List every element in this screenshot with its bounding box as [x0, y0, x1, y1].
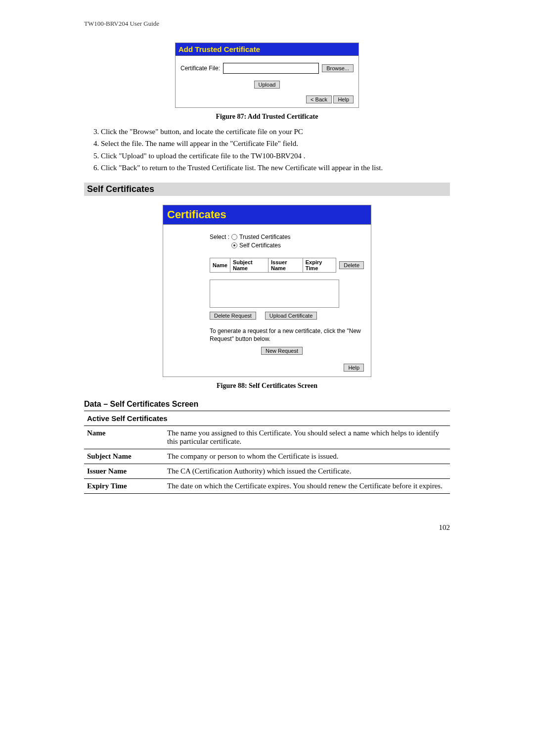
fig87-panel: Add Trusted Certificate Certificate File…	[175, 43, 359, 108]
row-label: Subject Name	[84, 449, 164, 464]
fig88-caption: Figure 88: Self Certificates Screen	[84, 382, 450, 390]
radio-trusted[interactable]	[231, 234, 237, 240]
page-number: 102	[84, 523, 450, 532]
fig88-title: Certificates	[163, 205, 371, 225]
instruction-step: Click "Upload" to upload the certificate…	[101, 151, 450, 161]
fig88-panel: Certificates Select : Trusted Certificat…	[163, 205, 371, 377]
upload-button[interactable]: Upload	[254, 81, 280, 89]
row-label: Name	[84, 426, 164, 449]
fig87-caption: Figure 87: Add Trusted Certificate	[84, 113, 450, 121]
doc-header: TW100-BRV204 User Guide	[84, 20, 450, 28]
help-button-fig88[interactable]: Help	[344, 364, 364, 372]
request-list-box[interactable]	[210, 280, 339, 308]
col-expiry: Expiry Time	[303, 258, 336, 273]
back-button[interactable]: < Back	[306, 95, 332, 103]
fig87-title: Add Trusted Certificate	[176, 43, 358, 56]
help-button[interactable]: Help	[333, 95, 354, 103]
delete-button[interactable]: Delete	[339, 261, 364, 269]
row-desc: The company or person to whom the Certif…	[164, 449, 450, 464]
row-desc: The name you assigned to this Certificat…	[164, 426, 450, 449]
data-table-group: Active Self Certificates	[84, 411, 450, 426]
instruction-step: Click "Back" to return to the Trusted Ce…	[101, 163, 450, 173]
certificates-table: Name Subject Name Issuer Name Expiry Tim…	[210, 258, 336, 273]
col-name: Name	[210, 258, 230, 273]
row-desc: The date on which the Certificate expire…	[164, 479, 450, 494]
col-subject: Subject Name	[230, 258, 268, 273]
section-self-certificates: Self Certificates	[84, 183, 450, 196]
generate-request-text: To generate a request for a new certific…	[210, 328, 364, 343]
new-request-button[interactable]: New Request	[261, 347, 303, 355]
col-issuer: Issuer Name	[268, 258, 303, 273]
row-label: Expiry Time	[84, 479, 164, 494]
select-label: Select :	[210, 234, 229, 240]
radio-trusted-label: Trusted Certificates	[239, 234, 291, 240]
data-table: Active Self Certificates Name The name y…	[84, 411, 450, 494]
browse-button[interactable]: Browse...	[322, 64, 354, 72]
radio-self-label: Self Certificates	[239, 242, 281, 249]
instruction-step: Select the file. The name will appear in…	[101, 139, 450, 148]
row-desc: The CA (Certification Authority) which i…	[164, 464, 450, 479]
delete-request-button[interactable]: Delete Request	[210, 312, 256, 320]
radio-self[interactable]	[231, 242, 237, 248]
certificate-file-label: Certificate File:	[180, 65, 220, 72]
row-label: Issuer Name	[84, 464, 164, 479]
instruction-list: Click the "Browse" button, and locate th…	[87, 127, 450, 173]
instruction-step: Click the "Browse" button, and locate th…	[101, 127, 450, 137]
data-table-heading: Data – Self Certificates Screen	[84, 400, 450, 409]
upload-certificate-button[interactable]: Upload Certificate	[265, 312, 317, 320]
certificate-file-input[interactable]	[223, 63, 319, 74]
